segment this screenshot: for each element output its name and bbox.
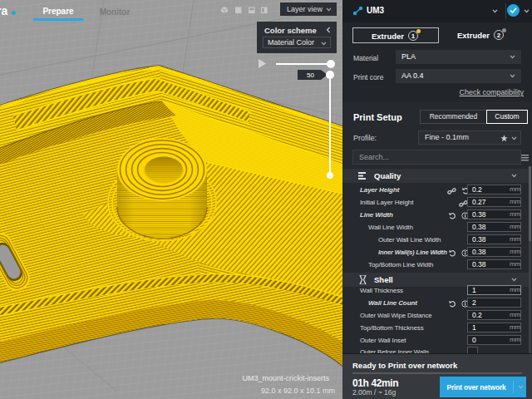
- svg-text:50: 50: [307, 71, 314, 79]
